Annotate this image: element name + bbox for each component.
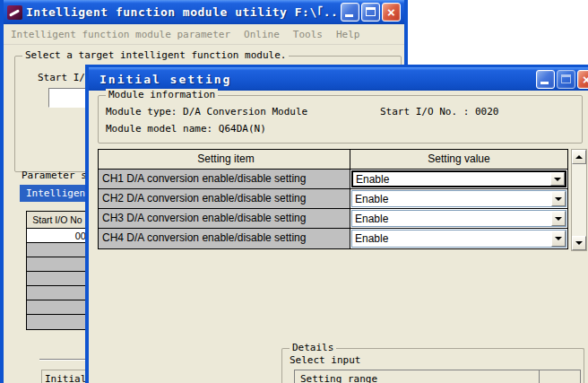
dialog-minimize-button[interactable]: [536, 70, 555, 89]
details-groupbox: Details Select input Setting range: [281, 348, 584, 383]
dialog-start-io-text: Start I/O No. : 0020: [380, 106, 498, 118]
minimize-icon: [345, 14, 353, 17]
maximize-icon: [561, 74, 571, 83]
initial-setting-button[interactable]: Initial sett: [41, 370, 89, 383]
ch1-setting-value: Enable: [353, 172, 550, 187]
ch3-setting-item: CH3 D/A conversion enable/disable settin…: [99, 209, 350, 228]
ch2-setting-item: CH2 D/A conversion enable/disable settin…: [99, 189, 350, 208]
menu-help[interactable]: Help: [336, 29, 360, 40]
dialog-titlebar[interactable]: Initial setting ×: [89, 67, 588, 91]
table-row-ch1: CH1 D/A conversion enable/disable settin…: [99, 170, 567, 189]
menu-tools[interactable]: Tools: [293, 29, 323, 40]
ch2-setting-value: Enable: [352, 192, 551, 206]
module-list-row-empty[interactable]: [27, 300, 88, 315]
select-target-module-label: Select a target intelligent function mod…: [22, 49, 289, 61]
module-list-header: Start I/O No: [27, 212, 88, 229]
module-list-table[interactable]: Start I/O No 00: [26, 211, 89, 330]
start-io-label: Start I/: [38, 72, 85, 83]
screen: Intelligent function module utility F:\｢…: [0, 0, 588, 383]
module-list-row-empty[interactable]: [27, 272, 88, 286]
table-vertical-scrollbar[interactable]: [571, 149, 587, 251]
ch4-setting-value: Enable: [352, 231, 551, 246]
ch3-setting-value-combobox[interactable]: Enable: [351, 210, 566, 227]
module-list-row-selected[interactable]: 00: [27, 229, 88, 243]
table-row-ch2: CH2 D/A conversion enable/disable settin…: [99, 189, 567, 209]
scroll-up-button[interactable]: [572, 150, 586, 164]
parameter-type-selected-item[interactable]: Intelligent: [20, 185, 89, 202]
ch1-setting-value-combobox[interactable]: Enable: [351, 170, 566, 187]
scroll-down-button[interactable]: [572, 236, 586, 250]
module-list-row-empty[interactable]: [27, 286, 88, 300]
setting-range-header: Setting range: [295, 370, 540, 383]
arrow-up-icon: [575, 155, 583, 159]
main-window-title: Intelligent function module utility F:\｢…: [26, 5, 337, 19]
main-menubar: Intelligent function module parameter On…: [4, 24, 404, 45]
ch2-setting-value-combobox[interactable]: Enable: [351, 190, 566, 207]
chevron-down-icon[interactable]: [551, 211, 566, 226]
arrow-down-icon: [575, 241, 583, 245]
initial-setting-dialog: Initial setting × Module information Mod…: [85, 65, 588, 383]
chevron-down-icon[interactable]: [551, 191, 566, 206]
select-input-label: Select input: [290, 354, 360, 366]
setting-value-header: Setting value: [350, 150, 567, 169]
menu-online[interactable]: Online: [244, 29, 280, 40]
table-row-ch3: CH3 D/A conversion enable/disable settin…: [99, 209, 567, 229]
parameter-label: Parameter se: [22, 170, 92, 181]
ch4-setting-value-combobox[interactable]: Enable: [351, 230, 566, 248]
table-row-ch4: CH4 D/A conversion enable/disable settin…: [99, 229, 567, 248]
minimize-icon: [540, 82, 549, 84]
module-information-groupbox: Module information Module type: D/A Conv…: [98, 95, 583, 144]
setting-range-box: Setting range: [294, 370, 581, 383]
initial-setting-table: Setting item Setting value CH1 D/A conve…: [98, 149, 568, 249]
module-list-row-empty[interactable]: [27, 315, 88, 329]
module-information-label: Module information: [106, 89, 218, 100]
close-icon: ×: [578, 71, 588, 88]
main-minimize-button[interactable]: [341, 3, 359, 22]
main-maximize-button[interactable]: [361, 3, 380, 22]
chevron-down-icon[interactable]: [550, 172, 565, 186]
divider: [39, 359, 89, 361]
dialog-close-button[interactable]: ×: [577, 70, 588, 89]
ch3-setting-value: Enable: [352, 212, 551, 226]
main-close-button[interactable]: ×: [382, 3, 401, 22]
module-type-text: Module type: D/A Conversion Module: [106, 106, 307, 118]
ch4-setting-item: CH4 D/A conversion enable/disable settin…: [99, 229, 350, 248]
maximize-icon: [366, 7, 376, 16]
main-titlebar[interactable]: Intelligent function module utility F:\｢…: [4, 0, 404, 24]
module-model-name-text: Module model name: Q64DA(N): [106, 123, 266, 135]
start-io-input[interactable]: [48, 88, 88, 108]
module-list-row-empty[interactable]: [27, 257, 88, 272]
dialog-maximize-button[interactable]: [557, 70, 575, 89]
app-icon: [7, 5, 22, 20]
setting-item-header: Setting item: [99, 150, 350, 169]
ch1-setting-item: CH1 D/A conversion enable/disable settin…: [99, 170, 350, 188]
menu-intelligent-function-module-parameter[interactable]: Intelligent function module parameter: [11, 29, 230, 40]
close-icon: ×: [383, 4, 400, 21]
table-header-row: Setting item Setting value: [99, 150, 567, 170]
dialog-title: Initial setting: [92, 73, 532, 86]
chevron-down-icon[interactable]: [551, 231, 566, 247]
module-list-row-empty[interactable]: [27, 243, 88, 257]
details-label: Details: [290, 342, 336, 353]
